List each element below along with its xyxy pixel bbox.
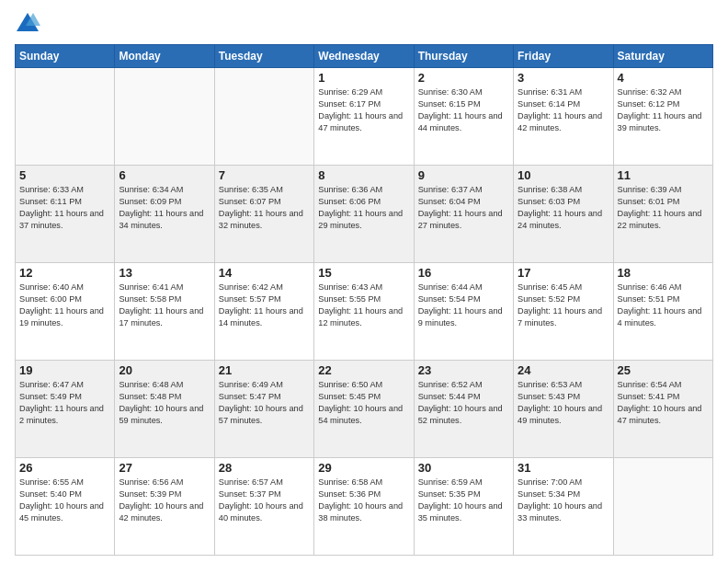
calendar-cell: 14Sunrise: 6:42 AM Sunset: 5:57 PM Dayli… <box>214 263 313 361</box>
day-number: 31 <box>518 461 609 475</box>
calendar-cell: 8Sunrise: 6:36 AM Sunset: 6:06 PM Daylig… <box>314 166 414 263</box>
calendar-cell: 21Sunrise: 6:49 AM Sunset: 5:47 PM Dayli… <box>214 361 313 458</box>
cell-text: Sunrise: 6:45 AM Sunset: 5:52 PM Dayligh… <box>518 282 609 329</box>
day-number: 11 <box>618 168 709 182</box>
calendar-weekday-header: Tuesday <box>214 45 313 68</box>
day-number: 28 <box>219 461 310 475</box>
calendar-cell: 12Sunrise: 6:40 AM Sunset: 6:00 PM Dayli… <box>16 263 115 361</box>
calendar-weekday-header: Monday <box>115 45 214 68</box>
day-number: 21 <box>219 363 310 377</box>
calendar-cell: 26Sunrise: 6:55 AM Sunset: 5:40 PM Dayli… <box>16 458 115 556</box>
cell-text: Sunrise: 6:52 AM Sunset: 5:44 PM Dayligh… <box>418 379 509 427</box>
calendar-weekday-header: Saturday <box>613 45 712 68</box>
day-number: 22 <box>318 363 409 377</box>
day-number: 29 <box>318 461 409 475</box>
cell-text: Sunrise: 6:43 AM Sunset: 5:55 PM Dayligh… <box>318 282 409 329</box>
calendar-cell <box>613 458 712 556</box>
day-number: 7 <box>219 168 310 182</box>
calendar-cell: 16Sunrise: 6:44 AM Sunset: 5:54 PM Dayli… <box>414 263 513 361</box>
day-number: 26 <box>19 461 110 475</box>
calendar-cell: 28Sunrise: 6:57 AM Sunset: 5:37 PM Dayli… <box>214 458 313 556</box>
calendar-cell: 2Sunrise: 6:30 AM Sunset: 6:15 PM Daylig… <box>414 68 513 166</box>
cell-text: Sunrise: 6:33 AM Sunset: 6:11 PM Dayligh… <box>19 184 110 232</box>
cell-text: Sunrise: 6:35 AM Sunset: 6:07 PM Dayligh… <box>219 184 310 232</box>
calendar-cell: 10Sunrise: 6:38 AM Sunset: 6:03 PM Dayli… <box>514 166 613 263</box>
calendar-cell: 20Sunrise: 6:48 AM Sunset: 5:48 PM Dayli… <box>115 361 214 458</box>
calendar-cell: 19Sunrise: 6:47 AM Sunset: 5:49 PM Dayli… <box>16 361 115 458</box>
day-number: 19 <box>19 363 110 377</box>
calendar-cell: 18Sunrise: 6:46 AM Sunset: 5:51 PM Dayli… <box>613 263 712 361</box>
cell-text: Sunrise: 6:59 AM Sunset: 5:35 PM Dayligh… <box>418 477 509 524</box>
day-number: 6 <box>119 168 210 182</box>
cell-text: Sunrise: 6:39 AM Sunset: 6:01 PM Dayligh… <box>618 184 709 232</box>
calendar-cell: 31Sunrise: 7:00 AM Sunset: 5:34 PM Dayli… <box>514 458 613 556</box>
day-number: 2 <box>418 71 509 85</box>
cell-text: Sunrise: 6:44 AM Sunset: 5:54 PM Dayligh… <box>418 282 509 329</box>
cell-text: Sunrise: 6:36 AM Sunset: 6:06 PM Dayligh… <box>318 184 409 232</box>
day-number: 4 <box>618 71 709 85</box>
cell-text: Sunrise: 6:54 AM Sunset: 5:41 PM Dayligh… <box>618 379 709 427</box>
cell-text: Sunrise: 6:37 AM Sunset: 6:04 PM Dayligh… <box>418 184 509 232</box>
calendar-cell: 11Sunrise: 6:39 AM Sunset: 6:01 PM Dayli… <box>613 166 712 263</box>
cell-text: Sunrise: 6:47 AM Sunset: 5:49 PM Dayligh… <box>19 379 110 427</box>
cell-text: Sunrise: 6:31 AM Sunset: 6:14 PM Dayligh… <box>518 86 609 134</box>
calendar-table: SundayMondayTuesdayWednesdayThursdayFrid… <box>15 44 713 556</box>
cell-text: Sunrise: 6:29 AM Sunset: 6:17 PM Dayligh… <box>318 86 409 134</box>
cell-text: Sunrise: 6:57 AM Sunset: 5:37 PM Dayligh… <box>219 477 310 524</box>
calendar-cell: 17Sunrise: 6:45 AM Sunset: 5:52 PM Dayli… <box>514 263 613 361</box>
calendar-cell: 24Sunrise: 6:53 AM Sunset: 5:43 PM Dayli… <box>514 361 613 458</box>
calendar-cell: 5Sunrise: 6:33 AM Sunset: 6:11 PM Daylig… <box>16 166 115 263</box>
day-number: 25 <box>618 363 709 377</box>
logo <box>15 11 44 37</box>
cell-text: Sunrise: 6:38 AM Sunset: 6:03 PM Dayligh… <box>518 184 609 232</box>
calendar-cell: 9Sunrise: 6:37 AM Sunset: 6:04 PM Daylig… <box>414 166 513 263</box>
cell-text: Sunrise: 6:42 AM Sunset: 5:57 PM Dayligh… <box>219 282 310 329</box>
calendar-weekday-header: Sunday <box>16 45 115 68</box>
calendar-header-row: SundayMondayTuesdayWednesdayThursdayFrid… <box>16 45 713 68</box>
cell-text: Sunrise: 6:32 AM Sunset: 6:12 PM Dayligh… <box>618 86 709 134</box>
day-number: 20 <box>119 363 210 377</box>
calendar-week-row: 19Sunrise: 6:47 AM Sunset: 5:49 PM Dayli… <box>16 361 713 458</box>
calendar-week-row: 12Sunrise: 6:40 AM Sunset: 6:00 PM Dayli… <box>16 263 713 361</box>
day-number: 24 <box>518 363 609 377</box>
calendar-cell: 29Sunrise: 6:58 AM Sunset: 5:36 PM Dayli… <box>314 458 414 556</box>
cell-text: Sunrise: 6:55 AM Sunset: 5:40 PM Dayligh… <box>19 477 110 524</box>
day-number: 8 <box>318 168 409 182</box>
calendar-week-row: 1Sunrise: 6:29 AM Sunset: 6:17 PM Daylig… <box>16 68 713 166</box>
cell-text: Sunrise: 6:40 AM Sunset: 6:00 PM Dayligh… <box>19 282 110 329</box>
calendar-weekday-header: Wednesday <box>314 45 414 68</box>
cell-text: Sunrise: 6:53 AM Sunset: 5:43 PM Dayligh… <box>518 379 609 427</box>
calendar-week-row: 26Sunrise: 6:55 AM Sunset: 5:40 PM Dayli… <box>16 458 713 556</box>
day-number: 23 <box>418 363 509 377</box>
logo-icon <box>15 11 40 37</box>
cell-text: Sunrise: 6:49 AM Sunset: 5:47 PM Dayligh… <box>219 379 310 427</box>
calendar-cell: 7Sunrise: 6:35 AM Sunset: 6:07 PM Daylig… <box>214 166 313 263</box>
cell-text: Sunrise: 6:30 AM Sunset: 6:15 PM Dayligh… <box>418 86 509 134</box>
cell-text: Sunrise: 6:41 AM Sunset: 5:58 PM Dayligh… <box>119 282 210 329</box>
calendar-cell: 1Sunrise: 6:29 AM Sunset: 6:17 PM Daylig… <box>314 68 414 166</box>
calendar-cell: 3Sunrise: 6:31 AM Sunset: 6:14 PM Daylig… <box>514 68 613 166</box>
calendar-cell: 23Sunrise: 6:52 AM Sunset: 5:44 PM Dayli… <box>414 361 513 458</box>
day-number: 5 <box>19 168 110 182</box>
day-number: 27 <box>119 461 210 475</box>
cell-text: Sunrise: 7:00 AM Sunset: 5:34 PM Dayligh… <box>518 477 609 524</box>
calendar-cell <box>16 68 115 166</box>
day-number: 1 <box>318 71 409 85</box>
day-number: 16 <box>418 266 509 280</box>
cell-text: Sunrise: 6:50 AM Sunset: 5:45 PM Dayligh… <box>318 379 409 427</box>
cell-text: Sunrise: 6:48 AM Sunset: 5:48 PM Dayligh… <box>119 379 210 427</box>
calendar-cell: 30Sunrise: 6:59 AM Sunset: 5:35 PM Dayli… <box>414 458 513 556</box>
calendar-cell: 27Sunrise: 6:56 AM Sunset: 5:39 PM Dayli… <box>115 458 214 556</box>
cell-text: Sunrise: 6:56 AM Sunset: 5:39 PM Dayligh… <box>119 477 210 524</box>
day-number: 3 <box>518 71 609 85</box>
calendar-cell: 6Sunrise: 6:34 AM Sunset: 6:09 PM Daylig… <box>115 166 214 263</box>
day-number: 12 <box>19 266 110 280</box>
day-number: 14 <box>219 266 310 280</box>
day-number: 17 <box>518 266 609 280</box>
calendar-cell: 22Sunrise: 6:50 AM Sunset: 5:45 PM Dayli… <box>314 361 414 458</box>
page-container: SundayMondayTuesdayWednesdayThursdayFrid… <box>0 0 728 563</box>
calendar-cell <box>214 68 313 166</box>
calendar-cell: 15Sunrise: 6:43 AM Sunset: 5:55 PM Dayli… <box>314 263 414 361</box>
cell-text: Sunrise: 6:58 AM Sunset: 5:36 PM Dayligh… <box>318 477 409 524</box>
calendar-cell <box>115 68 214 166</box>
